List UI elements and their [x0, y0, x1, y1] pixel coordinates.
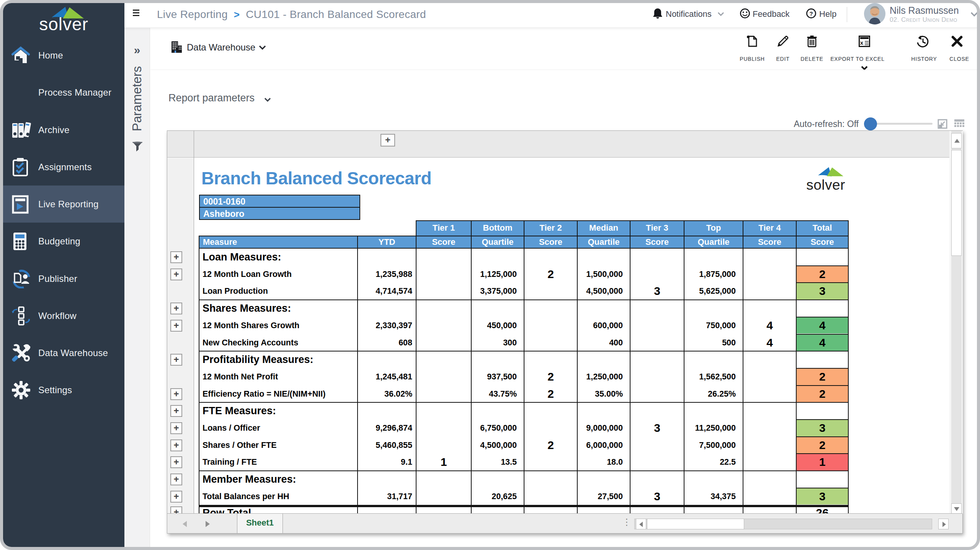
svg-text:?: ? [809, 10, 813, 17]
svg-text:x: x [860, 39, 864, 46]
